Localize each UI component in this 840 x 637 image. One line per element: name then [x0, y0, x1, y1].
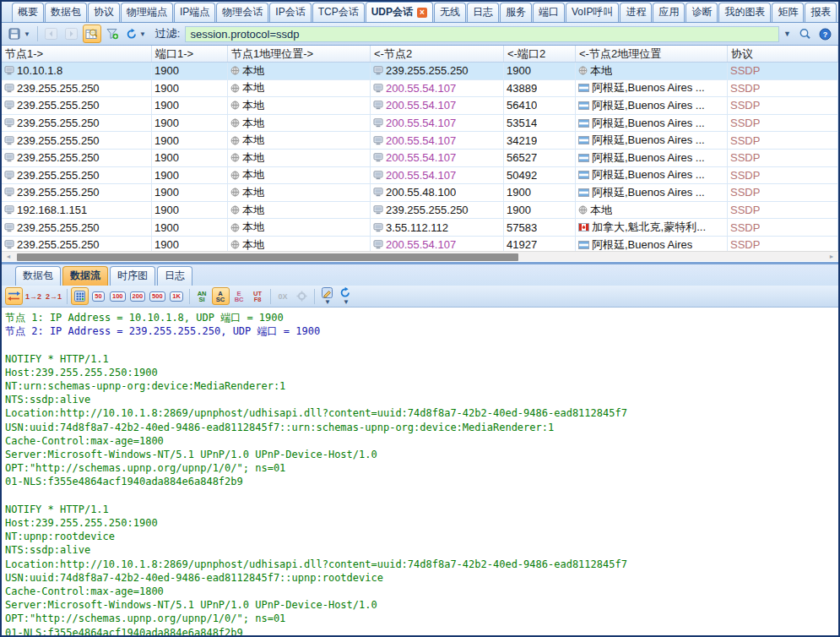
session-row[interactable]: 239.255.255.2501900本地200.55.54.10743889阿… — [2, 80, 838, 98]
session-row[interactable]: 239.255.255.2501900本地200.55.54.10756527阿… — [2, 150, 838, 167]
refresh-button[interactable]: ▼ — [337, 287, 355, 305]
help-button[interactable]: ? — [816, 24, 834, 43]
show-200-button[interactable]: 200 — [128, 287, 148, 305]
view-tab-logs[interactable]: 日志 — [467, 3, 499, 22]
column-header-port1[interactable]: 端口1-> — [152, 46, 228, 62]
scroll-left-icon[interactable]: ◄ — [2, 253, 15, 261]
ansi-button[interactable]: ANSI — [193, 287, 211, 305]
view-tab-physical-sessions[interactable]: 物理会话 — [216, 3, 268, 22]
column-header-port2[interactable]: <-端口2 — [504, 46, 576, 62]
filter-input[interactable] — [185, 26, 779, 42]
node1-cell: 10.10.1.8 — [2, 63, 152, 79]
session-row[interactable]: 239.255.255.2501900本地200.55.54.10753514阿… — [2, 115, 838, 133]
decode-keypad-button[interactable] — [71, 287, 89, 305]
filter-edit-button[interactable]: ▼ — [318, 287, 336, 305]
view-tab-matrix[interactable]: 矩阵 — [772, 3, 804, 22]
next-button[interactable] — [62, 24, 81, 43]
horizontal-scrollbar[interactable]: ◄ ► — [2, 251, 838, 261]
globe-icon — [230, 84, 240, 93]
hex-button[interactable]: 0X — [274, 287, 292, 305]
data-stream-view[interactable]: 节点 1: IP Address = 10.10.1.8, UDP 端口 = 1… — [2, 308, 838, 635]
stream-line: NT:urn:schemas-upnp-org:device:MediaRend… — [5, 379, 835, 393]
view-tab-physical-endpoints[interactable]: 物理端点 — [121, 3, 173, 22]
view-tab-ports[interactable]: 端口 — [533, 3, 565, 22]
view-tab-applications[interactable]: 应用 — [653, 3, 685, 22]
protocol-cell: SSDP — [728, 167, 838, 184]
export-button[interactable]: ▼ — [6, 24, 33, 43]
session-row[interactable]: 239.255.255.2501900本地200.55.54.10756410阿… — [2, 97, 838, 115]
view-tab-processes[interactable]: 进程 — [620, 3, 652, 22]
session-row[interactable]: 239.255.255.2501900本地200.55.54.10741927阿… — [2, 237, 838, 251]
ebcdic-button[interactable]: EBC — [230, 287, 248, 305]
direction-node1-to-node2-button[interactable]: 1→2 — [24, 287, 43, 305]
session-row[interactable]: 10.10.1.81900本地239.255.255.2501900本地SSDP — [2, 63, 838, 80]
session-row[interactable]: 192.168.1.1511900本地239.255.255.2501900本地… — [2, 202, 838, 220]
show-100-button[interactable]: 100 — [108, 287, 127, 305]
filter-dropdown-button[interactable]: ▼ — [781, 30, 794, 38]
session-row[interactable]: 239.255.255.2501900本地3.55.112.11257583加拿… — [2, 219, 838, 237]
panel-tab-logs[interactable]: 日志 — [157, 266, 192, 286]
globe-icon — [230, 136, 240, 145]
node-details-button[interactable] — [83, 24, 101, 43]
column-header-protocol[interactable]: 协议 — [728, 46, 838, 62]
show-50-button[interactable]: 50 — [89, 287, 107, 305]
panel-tab-time-sequence[interactable]: 时序图 — [110, 266, 155, 286]
view-tab-label: 诊断 — [691, 5, 712, 19]
previous-button[interactable] — [42, 24, 61, 43]
view-tab-packets[interactable]: 数据包 — [45, 3, 87, 22]
view-tab-my-charts[interactable]: 我的图表 — [718, 3, 771, 22]
view-tab-summary[interactable]: 概要 — [12, 3, 44, 22]
flag-argentina-icon — [578, 101, 589, 110]
utf8-button[interactable]: UTF8 — [249, 287, 267, 305]
view-tab-diagnosis[interactable]: 诊断 — [686, 3, 718, 22]
node1-cell: 239.255.255.250 — [2, 237, 152, 251]
port1-cell: 1900 — [152, 115, 228, 132]
node1-location-cell: 本地 — [228, 167, 371, 184]
direction-both-button[interactable] — [5, 287, 23, 305]
view-tab-ip-endpoints[interactable]: IP端点 — [174, 3, 215, 22]
host-icon — [373, 223, 383, 232]
search-button[interactable] — [795, 24, 814, 43]
view-tab-ip-sessions[interactable]: IP会话 — [269, 3, 311, 22]
column-header-node2[interactable]: <-节点2 — [371, 46, 504, 62]
session-row[interactable]: 239.255.255.2501900本地200.55.54.10734219阿… — [2, 132, 838, 150]
show-1k-button[interactable]: 1K — [168, 287, 186, 305]
refresh-button[interactable]: ▼ — [123, 24, 149, 43]
stream-line: USN:uuid:74d8f8a7-42b2-40ed-9486-ead8112… — [5, 571, 835, 585]
host-icon — [373, 153, 383, 162]
column-header-node1[interactable]: 节点1-> — [2, 46, 152, 62]
host-icon — [4, 171, 14, 180]
view-tab-udp-sessions[interactable]: UDP会话× — [366, 2, 433, 22]
view-tab-label: 无线 — [440, 5, 460, 19]
view-tab-wireless[interactable]: 无线 — [434, 3, 466, 22]
port2-cell: 56410 — [504, 97, 576, 114]
globe-icon — [230, 188, 240, 197]
view-tab-label: 端口 — [539, 5, 559, 19]
direction-node2-to-node1-button[interactable]: 2→1 — [44, 287, 63, 305]
session-row[interactable]: 239.255.255.2501900本地200.55.48.1001900阿根… — [2, 184, 838, 202]
stream-line: 01-NLS:f355e4864acf1940ada884e6a848f2b9 — [5, 475, 835, 488]
view-tab-label: 概要 — [18, 5, 38, 19]
column-header-loc2[interactable]: <-节点2地理位置 — [576, 46, 728, 62]
panel-tab-data-stream[interactable]: 数据流 — [62, 266, 108, 286]
node1-location-cell: 本地 — [228, 219, 371, 236]
view-tab-tcp-sessions[interactable]: TCP会话 — [312, 3, 365, 22]
host-icon — [373, 171, 383, 180]
column-header-loc1[interactable]: 节点1地理位置-> — [228, 46, 371, 62]
flag-argentina-icon — [578, 171, 589, 179]
globe-icon — [230, 171, 240, 180]
view-tab-protocols[interactable]: 协议 — [88, 3, 120, 22]
show-500-button[interactable]: 500 — [148, 287, 167, 305]
view-tab-reports[interactable]: 报表 — [805, 3, 837, 22]
panel-tab-packets[interactable]: 数据包 — [15, 266, 61, 286]
ascii-button[interactable]: ASC — [212, 287, 230, 305]
session-row[interactable]: 239.255.255.2501900本地200.55.54.10750492阿… — [2, 167, 838, 185]
close-tab-icon[interactable]: × — [417, 8, 427, 18]
port1-cell: 1900 — [152, 97, 228, 114]
view-tab-voip-calls[interactable]: VoIP呼叫 — [566, 3, 619, 22]
add-filter-button[interactable] — [103, 24, 122, 43]
scrollbar-thumb[interactable] — [17, 253, 518, 261]
scroll-right-icon[interactable]: ► — [825, 253, 838, 261]
options-gear-button[interactable] — [293, 287, 311, 305]
view-tab-services[interactable]: 服务 — [500, 3, 532, 22]
